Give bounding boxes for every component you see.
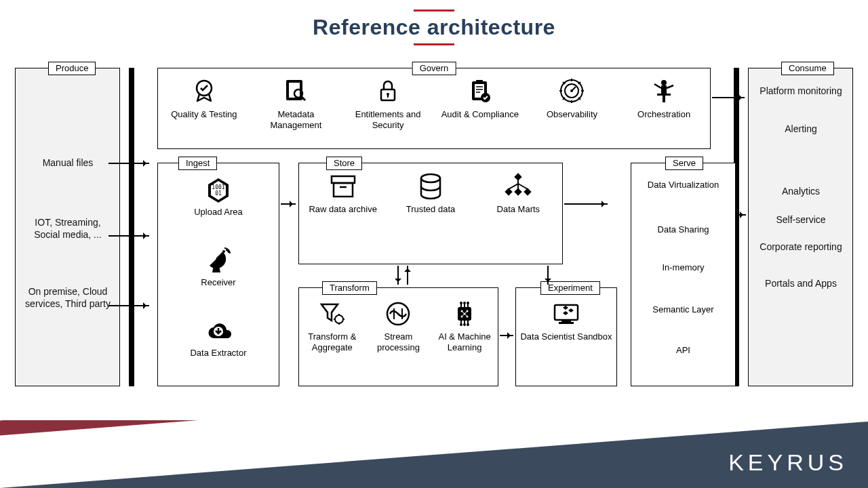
consume-item-report: Corporate reporting bbox=[754, 241, 848, 253]
serve-item-semantic: Semantic Layer bbox=[631, 304, 735, 315]
ai-chip-icon bbox=[433, 299, 496, 329]
produce-item-onprem: On premise, Cloud services, Third party bbox=[21, 285, 115, 310]
arrow-produce-receiver bbox=[108, 235, 149, 237]
govern-text-4: Observability bbox=[547, 109, 597, 119]
svg-rect-45 bbox=[515, 173, 522, 180]
svg-point-26 bbox=[570, 89, 573, 92]
svg-point-27 bbox=[661, 80, 667, 85]
svg-point-79 bbox=[460, 323, 462, 326]
consume-item-selfsvc: Self-service bbox=[754, 214, 848, 226]
experiment-text-0: Data Scientist Sandbox bbox=[520, 331, 612, 342]
consume-item-analytics: Analytics bbox=[754, 185, 848, 197]
svg-rect-48 bbox=[524, 188, 532, 195]
svg-point-76 bbox=[460, 302, 462, 304]
produce-item-manual: Manual files bbox=[21, 157, 115, 169]
produce-panel: Produce Manual files IOT, Streaming, Soc… bbox=[15, 68, 120, 386]
serve-item-virt: Data Virtualization bbox=[631, 180, 735, 190]
svg-point-81 bbox=[467, 323, 469, 326]
govern-text-2: Entitlements and Security bbox=[355, 109, 421, 130]
store-item-trusted: Trusted data bbox=[393, 171, 468, 215]
serve-label: Serve bbox=[665, 157, 703, 170]
consume-item-alert: Alerting bbox=[754, 123, 848, 135]
ingest-item-upload: 100101 Upload Area bbox=[158, 176, 279, 217]
ingest-item-receiver: Receiver bbox=[158, 246, 279, 287]
svg-rect-31 bbox=[657, 94, 671, 96]
govern-item-metadata: Metadata Management bbox=[255, 75, 336, 130]
ingest-text-2: Data Extractor bbox=[190, 348, 246, 358]
transform-text-2: AI & Machine Learning bbox=[438, 331, 490, 352]
arrow-serve-consume bbox=[737, 214, 746, 216]
transform-item-aiml: AI & Machine Learning bbox=[433, 299, 496, 352]
transform-panel: Transform Transform & Aggregate Stream p… bbox=[298, 287, 498, 386]
produce-label: Produce bbox=[48, 62, 96, 75]
svg-point-52 bbox=[335, 315, 343, 323]
arrow-ingest-store bbox=[281, 203, 296, 205]
experiment-panel: Experiment Data Scientist Sandbox bbox=[515, 287, 617, 386]
arrow-store-experiment bbox=[547, 266, 549, 285]
title-accent-top bbox=[414, 9, 454, 12]
transform-item-agg: Transform & Aggregate bbox=[301, 299, 363, 352]
store-text-0: Raw data archive bbox=[309, 204, 376, 214]
datamart-icon bbox=[481, 171, 555, 201]
produce-item-iot: IOT, Streaming, Social media, ... bbox=[21, 216, 115, 241]
store-item-raw: Raw data archive bbox=[306, 171, 380, 215]
svg-rect-46 bbox=[505, 188, 513, 195]
store-item-marts: Data Marts bbox=[481, 171, 555, 215]
gauge-icon bbox=[531, 75, 612, 106]
govern-label: Govern bbox=[412, 62, 456, 75]
funnel-gear-icon bbox=[301, 299, 363, 329]
lock-icon bbox=[347, 75, 429, 106]
book-search-icon bbox=[255, 75, 336, 106]
govern-text-0: Quality & Testing bbox=[171, 109, 237, 119]
store-label: Store bbox=[326, 157, 362, 170]
svg-line-50 bbox=[509, 184, 518, 189]
arrow-transform-experiment bbox=[500, 335, 513, 336]
hex-binary-icon: 100101 bbox=[158, 176, 279, 205]
ingest-panel: Ingest 100101 Upload Area Receiver Data … bbox=[157, 163, 279, 386]
footer-logo: KEYRUS bbox=[728, 449, 848, 476]
svg-rect-83 bbox=[561, 320, 571, 322]
svg-point-77 bbox=[463, 302, 466, 304]
title-accent-bottom bbox=[414, 43, 454, 45]
arrow-produce-upload bbox=[108, 163, 149, 164]
transform-label: Transform bbox=[322, 281, 377, 295]
arrow-store-transform-down bbox=[397, 266, 399, 285]
govern-item-quality: Quality & Testing bbox=[163, 75, 245, 120]
arrow-store-serve bbox=[564, 203, 608, 205]
svg-rect-10 bbox=[476, 80, 483, 84]
consume-panel: Consume Platform monitoring Alerting Ana… bbox=[748, 68, 853, 386]
archive-box-icon bbox=[306, 171, 380, 201]
experiment-item-sandbox: Data Scientist Sandbox bbox=[516, 299, 616, 342]
svg-point-80 bbox=[463, 323, 466, 326]
clipboard-check-icon bbox=[439, 75, 521, 106]
transform-item-stream: Stream processing bbox=[367, 299, 429, 352]
govern-item-security: Entitlements and Security bbox=[347, 75, 429, 130]
divider-left bbox=[129, 68, 134, 386]
svg-rect-42 bbox=[334, 183, 353, 197]
consume-item-monitor: Platform monitoring bbox=[754, 85, 848, 97]
govern-item-orchestration: Orchestration bbox=[623, 75, 705, 120]
ingest-text-1: Receiver bbox=[201, 277, 235, 287]
svg-rect-41 bbox=[332, 176, 355, 183]
satellite-dish-icon bbox=[158, 246, 279, 276]
svg-rect-84 bbox=[559, 322, 574, 324]
ribbon-check-icon bbox=[163, 75, 245, 106]
svg-rect-47 bbox=[515, 188, 522, 195]
database-icon bbox=[393, 171, 468, 201]
arrow-transform-store-up bbox=[407, 266, 408, 285]
arrow-govern-consume bbox=[712, 97, 745, 98]
conductor-icon bbox=[623, 75, 705, 106]
store-text-2: Data Marts bbox=[497, 204, 540, 214]
cloud-download-icon bbox=[158, 317, 279, 346]
svg-line-30 bbox=[667, 85, 673, 88]
serve-panel: Serve Data Virtualization Data Sharing I… bbox=[631, 163, 736, 386]
stream-icon bbox=[367, 299, 429, 329]
svg-point-78 bbox=[467, 302, 469, 304]
svg-line-51 bbox=[518, 184, 528, 189]
svg-text:1001: 1001 bbox=[212, 184, 224, 190]
transform-text-0: Transform & Aggregate bbox=[308, 331, 356, 352]
svg-marker-39 bbox=[212, 266, 220, 272]
govern-text-1: Metadata Management bbox=[271, 109, 322, 130]
svg-point-44 bbox=[421, 174, 440, 182]
svg-text:01: 01 bbox=[215, 190, 222, 197]
